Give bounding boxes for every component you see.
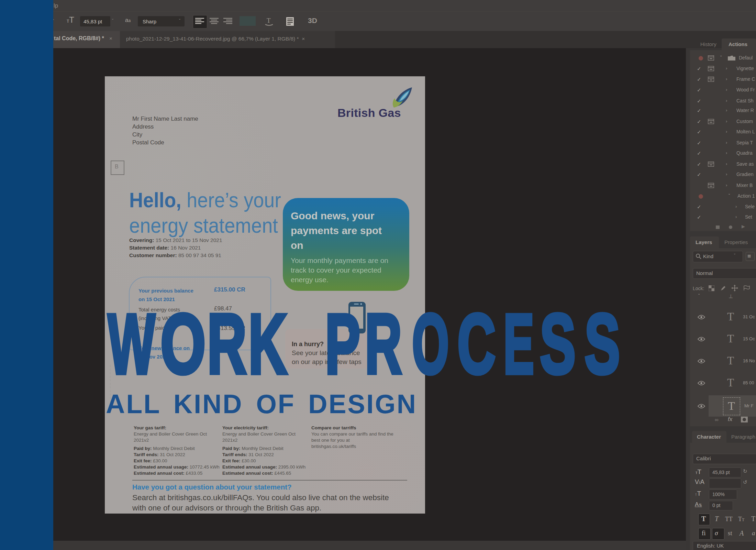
svg-text:O: O [412, 296, 449, 391]
svg-text:S: S [540, 296, 576, 391]
svg-text:S: S [585, 296, 620, 391]
svg-text:R: R [365, 296, 402, 391]
svg-text:C: C [457, 296, 496, 391]
svg-text:ALL KIND OF DESIGN: ALL KIND OF DESIGN [106, 389, 416, 419]
svg-text:E: E [503, 296, 534, 391]
svg-text:O: O [160, 296, 206, 391]
svg-text:K: K [248, 296, 287, 391]
svg-text:P: P [325, 296, 360, 391]
svg-text:W: W [108, 296, 155, 391]
svg-text:R: R [207, 296, 246, 391]
